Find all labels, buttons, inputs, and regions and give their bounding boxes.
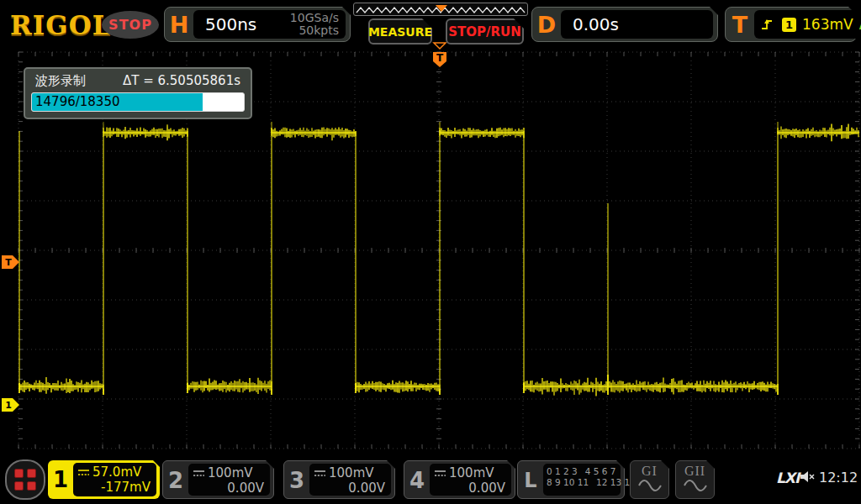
trigger-tile[interactable]: T 1 163mV A	[725, 7, 857, 42]
t-label: T	[726, 12, 754, 38]
sample-rate: 10GSa/s	[290, 11, 339, 24]
channel4-number: 4	[404, 461, 430, 500]
record-progress-text: 14796/18350	[35, 94, 120, 109]
clock: 12:12	[819, 470, 858, 486]
la-digits-8-11: 8 9 10 11	[547, 477, 589, 487]
channel3-scale: 100mV	[329, 465, 374, 480]
channel4-scale: 100mV	[449, 465, 494, 480]
timebase-value: 500ns	[205, 14, 256, 34]
delay-value: 0.00s	[573, 14, 619, 34]
dc-coupling-icon	[314, 470, 325, 477]
lxi-logo: LXI	[776, 470, 799, 486]
measure-label: MEASURE	[368, 25, 432, 39]
memory-depth: 50kpts	[298, 24, 339, 37]
record-progress-bar: 14796/18350	[31, 92, 245, 112]
oscilloscope-screen: T1T RIGOL STOP H 500ns 10GSa/s 50kpts ME…	[0, 0, 861, 504]
la-digits-0-3: 0 1 2 3	[547, 466, 578, 476]
channel2-scale: 100mV	[208, 465, 253, 480]
record-popup-title: 波形录制	[35, 73, 86, 89]
speaker-muted-icon	[799, 469, 816, 485]
generator2-label: GII	[676, 464, 714, 479]
h-label: H	[165, 12, 193, 38]
rigol-logo: RIGOL	[10, 10, 112, 40]
stop-run-label: STOP/RUN	[448, 24, 521, 39]
svg-text:T: T	[436, 52, 444, 64]
menu-grid-icon	[14, 469, 36, 491]
main-menu-button[interactable]	[5, 459, 45, 500]
dc-coupling-icon	[78, 469, 89, 476]
dc-coupling-icon	[193, 470, 204, 477]
channel2-offset: 0.00V	[193, 480, 264, 496]
channel4-offset: 0.00V	[435, 480, 505, 496]
generator1-tile[interactable]: GI	[630, 460, 669, 499]
record-delta-t: ΔT = 6.50505861s	[123, 73, 240, 89]
channel3-offset: 0.00V	[314, 480, 385, 496]
channel4-tile[interactable]: 4 100mV 0.00V	[404, 460, 515, 499]
run-state-badge: STOP	[102, 11, 159, 39]
generator1-label: GI	[631, 464, 668, 479]
rising-edge-trigger-icon	[761, 18, 774, 31]
sine-wave-icon	[637, 479, 663, 492]
measure-button[interactable]: MEASURE	[368, 18, 432, 45]
channel1-offset: -177mV	[78, 480, 151, 495]
channel1-scale: 57.0mV	[92, 465, 141, 480]
channel3-tile[interactable]: 3 100mV 0.00V	[283, 460, 395, 499]
generator2-tile[interactable]: GII	[675, 460, 715, 499]
trigger-source-badge: 1	[782, 18, 796, 32]
channel3-number: 3	[284, 461, 309, 500]
svg-text:T: T	[5, 257, 12, 268]
la-digits-4-7: 4 5 6 7	[585, 466, 616, 476]
d-label: D	[532, 12, 561, 38]
trigger-level-value: 163mV	[802, 16, 853, 33]
memory-position-bar[interactable]	[353, 3, 528, 16]
sine-wave-icon	[683, 479, 708, 492]
channel1-tile[interactable]: 1 57.0mV -177mV	[48, 460, 160, 499]
waveform-record-popup: 波形录制 ΔT = 6.50505861s 14796/18350	[24, 67, 252, 119]
horizontal-timebase-tile[interactable]: H 500ns 10GSa/s 50kpts	[164, 7, 351, 42]
memory-waveform-icon	[354, 4, 527, 16]
logic-analyzer-tile[interactable]: L 0 1 2 34 5 6 7 8 9 10 1112 13 14 15	[517, 460, 625, 499]
delay-tile[interactable]: D 0.00s	[531, 7, 718, 42]
dc-coupling-icon	[435, 470, 446, 477]
channel1-number: 1	[48, 460, 73, 499]
stop-run-button[interactable]: STOP/RUN	[446, 18, 524, 45]
svg-text:1: 1	[5, 400, 12, 411]
channel2-tile[interactable]: 2 100mV 0.00V	[162, 460, 274, 499]
la-label: L	[518, 461, 543, 500]
channel2-number: 2	[163, 461, 188, 500]
